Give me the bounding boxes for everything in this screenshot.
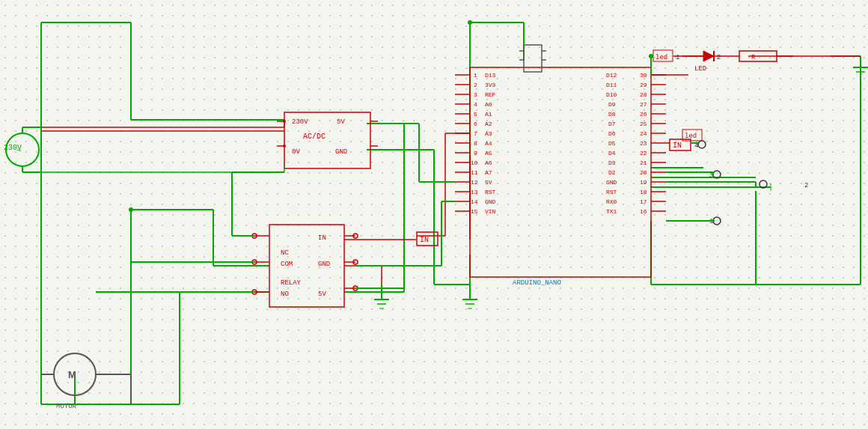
svg-text:RST: RST <box>485 189 496 195</box>
svg-text:29: 29 <box>640 82 647 88</box>
svg-text:D7: D7 <box>608 121 616 127</box>
svg-marker-178 <box>703 51 714 61</box>
svg-text:18: 18 <box>640 189 647 195</box>
svg-text:4: 4 <box>474 101 477 108</box>
resistor-label: R <box>751 54 756 61</box>
svg-text:A3: A3 <box>485 130 492 137</box>
svg-point-187 <box>698 141 706 148</box>
svg-text:14: 14 <box>471 198 478 205</box>
svg-text:TX1: TX1 <box>606 208 617 215</box>
svg-text:A2: A2 <box>485 121 492 127</box>
acdc-label-voltage-in: 230V <box>292 118 308 126</box>
schematic-canvas: ~ 230V 230V 5V AC/DC 0V GND NC COM RELAY… <box>0 0 868 429</box>
relay-5v-label: 5V <box>318 290 326 298</box>
in-label-relay: IN <box>420 236 429 244</box>
svg-text:27: 27 <box>640 101 647 108</box>
svg-text:10: 10 <box>471 159 478 166</box>
svg-text:21: 21 <box>640 159 647 166</box>
svg-text:25: 25 <box>640 121 647 127</box>
voltage-label: 230V <box>4 144 22 152</box>
motor-symbol: M <box>68 369 76 380</box>
svg-text:11: 11 <box>471 169 478 176</box>
svg-text:7: 7 <box>474 130 477 137</box>
svg-text:VIN: VIN <box>485 208 496 215</box>
svg-text:3V3: 3V3 <box>485 82 496 88</box>
relay-com-label: COM <box>281 261 293 268</box>
svg-text:1: 1 <box>474 72 477 79</box>
svg-text:A6: A6 <box>485 159 492 166</box>
led-pin1: 1 <box>676 54 679 61</box>
svg-text:22: 22 <box>640 150 647 156</box>
svg-text:RST: RST <box>606 189 617 195</box>
relay-no-label: NO <box>281 290 289 298</box>
svg-text:D11: D11 <box>606 82 617 88</box>
svg-text:D3: D3 <box>608 159 616 166</box>
svg-text:D6: D6 <box>608 130 616 137</box>
led-component-label: LED <box>694 65 706 73</box>
svg-text:28: 28 <box>640 91 647 98</box>
svg-text:D13: D13 <box>485 72 496 79</box>
svg-text:20: 20 <box>640 169 647 176</box>
svg-text:19: 19 <box>640 179 647 186</box>
relay-nc-label: NC <box>281 249 289 257</box>
svg-text:RX0: RX0 <box>606 198 617 205</box>
acdc-label-gnd: GND <box>335 148 347 156</box>
arduino-label: ARDUINO_NANO <box>513 279 561 287</box>
svg-text:GND: GND <box>606 179 617 186</box>
svg-text:5V: 5V <box>485 179 492 186</box>
in-label-d6: IN <box>673 142 682 150</box>
svg-text:24: 24 <box>640 130 647 137</box>
svg-text:D4: D4 <box>608 150 616 156</box>
svg-text:30: 30 <box>640 72 647 79</box>
svg-text:15: 15 <box>471 208 478 215</box>
svg-text:REF: REF <box>485 91 496 98</box>
relay-in-label: IN <box>318 234 326 242</box>
svg-rect-80 <box>470 67 651 277</box>
svg-text:5: 5 <box>474 111 477 118</box>
svg-point-54 <box>283 144 286 147</box>
svg-text:GND: GND <box>485 198 496 205</box>
svg-point-211 <box>649 54 653 58</box>
led-pin2: 2 <box>717 54 721 61</box>
svg-text:12: 12 <box>471 179 478 186</box>
svg-text:17: 17 <box>640 198 647 205</box>
motor-label: MOTOR <box>56 403 77 410</box>
svg-text:A5: A5 <box>485 150 492 156</box>
svg-text:16: 16 <box>640 208 647 215</box>
relay-label: RELAY <box>281 279 302 287</box>
svg-text:A7: A7 <box>485 169 492 176</box>
svg-text:D8: D8 <box>608 111 616 118</box>
svg-text:26: 26 <box>640 111 647 118</box>
svg-text:23: 23 <box>640 140 647 147</box>
svg-point-213 <box>468 20 472 25</box>
svg-text:8: 8 <box>474 140 477 147</box>
svg-text:2: 2 <box>474 82 477 88</box>
acdc-label-voltage-out: 5V <box>337 118 345 126</box>
led-label-box-1: led <box>655 54 667 61</box>
acdc-label: AC/DC <box>303 133 326 141</box>
svg-text:9: 9 <box>474 150 477 156</box>
svg-text:D2: D2 <box>608 169 616 176</box>
svg-text:A0: A0 <box>485 101 492 108</box>
svg-point-212 <box>129 207 133 212</box>
svg-text:A1: A1 <box>485 111 492 118</box>
pin2-label-right: 2 <box>804 182 808 189</box>
svg-text:A4: A4 <box>485 140 492 147</box>
svg-text:13: 13 <box>471 189 478 195</box>
svg-text:3: 3 <box>474 91 477 98</box>
svg-text:D5: D5 <box>608 140 616 147</box>
svg-text:D10: D10 <box>606 91 617 98</box>
svg-text:6: 6 <box>474 121 477 127</box>
svg-text:D9: D9 <box>608 101 616 108</box>
relay-gnd-label: GND <box>318 261 330 268</box>
acdc-label-0v: 0V <box>292 148 300 156</box>
svg-text:D12: D12 <box>606 72 617 79</box>
